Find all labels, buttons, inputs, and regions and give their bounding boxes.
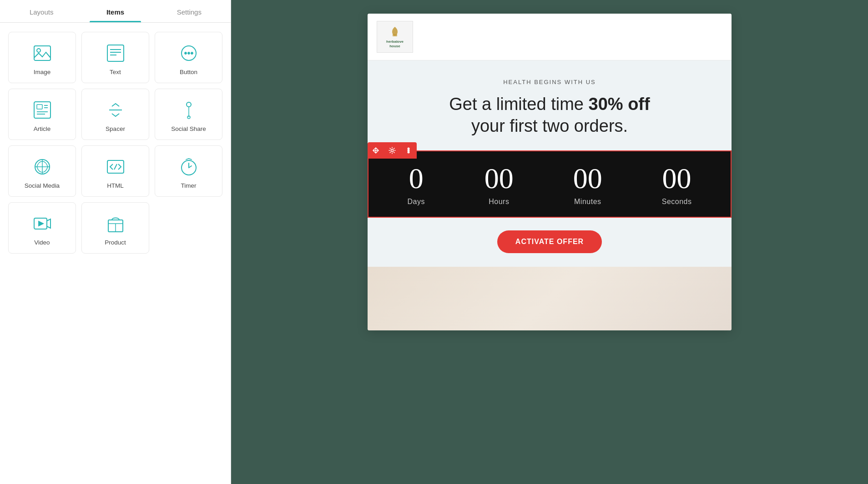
sidebar-tab-bar: Layouts Items Settings bbox=[0, 0, 231, 23]
product-icon bbox=[105, 213, 126, 235]
timer-icon bbox=[178, 156, 200, 178]
item-image[interactable]: Image bbox=[8, 32, 76, 83]
svg-point-37 bbox=[408, 152, 409, 153]
hero-title-bold: 30% off bbox=[589, 95, 650, 114]
svg-rect-2 bbox=[107, 45, 124, 61]
video-icon bbox=[31, 213, 53, 235]
item-html-label: HTML bbox=[107, 182, 124, 189]
sidebar: Layouts Items Settings Image bbox=[0, 0, 231, 484]
hero-title: Get a limited time 30% off your first tw… bbox=[395, 94, 704, 137]
timer-seconds-label: Seconds bbox=[662, 198, 692, 206]
svg-rect-10 bbox=[34, 102, 50, 118]
image-icon bbox=[31, 42, 53, 64]
item-spacer[interactable]: Spacer bbox=[81, 89, 149, 140]
item-social-share[interactable]: Social Share bbox=[155, 89, 222, 140]
hero-title-plain: Get a limited time bbox=[449, 95, 588, 114]
item-button-label: Button bbox=[180, 69, 197, 75]
article-icon bbox=[31, 99, 53, 121]
spacer-icon bbox=[105, 99, 126, 121]
svg-point-35 bbox=[408, 148, 409, 150]
item-video-label: Video bbox=[34, 239, 50, 246]
timer-move-button[interactable] bbox=[368, 142, 384, 159]
timer-hours-value: 00 bbox=[484, 164, 514, 193]
svg-rect-11 bbox=[37, 105, 42, 109]
svg-point-17 bbox=[187, 102, 191, 107]
hero-title-end: your first two orders. bbox=[471, 116, 628, 135]
item-timer[interactable]: Timer bbox=[155, 145, 222, 197]
timer-days-value: 0 bbox=[409, 164, 424, 193]
timer-minutes-label: Minutes bbox=[574, 198, 601, 206]
timer-seconds: 00 Seconds bbox=[662, 164, 692, 206]
svg-point-7 bbox=[185, 52, 187, 54]
item-product-label: Product bbox=[105, 239, 126, 246]
timer-more-button[interactable] bbox=[400, 142, 417, 159]
svg-rect-33 bbox=[393, 34, 397, 36]
timer-minutes-value: 00 bbox=[573, 164, 602, 193]
timer-minutes: 00 Minutes bbox=[573, 164, 602, 206]
email-cta-section: ACTIVATE OFFER bbox=[368, 218, 732, 267]
button-icon bbox=[178, 42, 200, 64]
item-text-label: Text bbox=[110, 69, 121, 75]
item-video[interactable]: Video bbox=[8, 202, 76, 254]
timer-block-wrapper: 0 Days 00 Hours 00 Minutes 00 Seconds bbox=[368, 150, 732, 218]
social-share-icon bbox=[178, 99, 200, 121]
timer-inner: 0 Days 00 Hours 00 Minutes 00 Seconds bbox=[368, 151, 731, 217]
timer-hours-label: Hours bbox=[489, 198, 509, 206]
svg-line-24 bbox=[114, 164, 117, 170]
email-hero: HEALTH BEGINS WITH US Get a limited time… bbox=[368, 60, 732, 150]
timer-outer: 0 Days 00 Hours 00 Minutes 00 Seconds bbox=[368, 150, 732, 218]
email-canvas: herbalove house HEALTH BEGINS WITH US Ge… bbox=[368, 14, 732, 330]
logo-text: herbalove house bbox=[386, 40, 404, 49]
svg-point-1 bbox=[37, 49, 40, 52]
item-timer-label: Timer bbox=[181, 182, 197, 189]
timer-settings-button[interactable] bbox=[384, 142, 400, 159]
svg-rect-0 bbox=[34, 46, 50, 60]
item-image-label: Image bbox=[34, 69, 51, 75]
svg-point-9 bbox=[191, 52, 193, 54]
item-article[interactable]: Article bbox=[8, 89, 76, 140]
item-button[interactable]: Button bbox=[155, 32, 222, 83]
text-icon bbox=[105, 42, 126, 64]
html-icon bbox=[105, 156, 126, 178]
item-social-media[interactable]: Social Media bbox=[8, 145, 76, 197]
svg-marker-29 bbox=[39, 221, 43, 226]
tab-items[interactable]: Items bbox=[78, 0, 152, 22]
main-canvas-area: herbalove house HEALTH BEGINS WITH US Ge… bbox=[231, 0, 868, 484]
items-grid: Image Text bbox=[0, 23, 231, 263]
activate-offer-button[interactable]: ACTIVATE OFFER bbox=[497, 230, 602, 253]
svg-point-8 bbox=[188, 52, 190, 54]
bottom-image-placeholder bbox=[368, 267, 732, 330]
social-media-icon bbox=[31, 156, 53, 178]
item-text[interactable]: Text bbox=[81, 32, 149, 83]
tab-layouts[interactable]: Layouts bbox=[5, 0, 78, 22]
logo-box: herbalove house bbox=[377, 21, 413, 53]
email-logo-bar: herbalove house bbox=[368, 14, 732, 60]
tab-settings[interactable]: Settings bbox=[152, 0, 226, 22]
email-bottom-image bbox=[368, 267, 732, 330]
svg-point-36 bbox=[408, 150, 409, 151]
item-article-label: Article bbox=[34, 125, 51, 132]
item-product[interactable]: Product bbox=[81, 202, 149, 254]
timer-hours: 00 Hours bbox=[484, 164, 514, 206]
item-social-media-label: Social Media bbox=[25, 182, 60, 189]
timer-toolbar bbox=[368, 142, 417, 159]
hero-subtitle: HEALTH BEGINS WITH US bbox=[395, 79, 704, 85]
svg-point-34 bbox=[391, 150, 394, 152]
item-spacer-label: Spacer bbox=[106, 125, 125, 132]
timer-days-label: Days bbox=[407, 198, 424, 206]
timer-days: 0 Days bbox=[407, 164, 424, 206]
timer-seconds-value: 00 bbox=[662, 164, 691, 193]
item-social-share-label: Social Share bbox=[171, 125, 206, 132]
item-html[interactable]: HTML bbox=[81, 145, 149, 197]
